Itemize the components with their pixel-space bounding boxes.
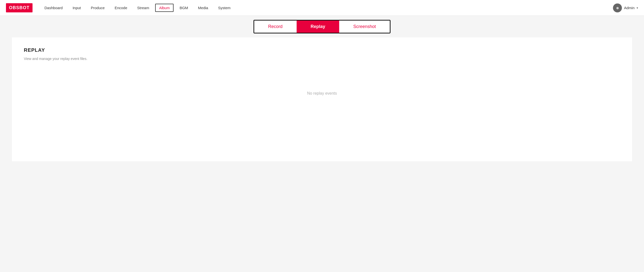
main-content: REPLAY View and manage your replay event…	[12, 37, 632, 161]
avatar: ●	[613, 3, 622, 12]
empty-state: No replay events	[24, 61, 620, 116]
subtab-box: Record Replay Screenshot	[254, 20, 390, 33]
chevron-down-icon: ▾	[636, 6, 638, 10]
section-title: REPLAY	[24, 47, 620, 53]
nav-right: ● Admin ▾	[613, 3, 638, 12]
nav-item-bgm[interactable]: BGM	[176, 4, 192, 12]
tab-screenshot[interactable]: Screenshot	[340, 20, 390, 33]
user-menu[interactable]: ● Admin ▾	[613, 3, 638, 12]
admin-label: Admin	[624, 6, 634, 10]
logo: OBSBOT	[6, 3, 32, 12]
nav-item-input[interactable]: Input	[68, 4, 85, 12]
logo-container: OBSBOT	[6, 3, 32, 12]
nav-item-system[interactable]: System	[214, 4, 234, 12]
tab-replay[interactable]: Replay	[297, 20, 340, 33]
section-subtitle: View and manage your replay event files.	[24, 56, 98, 61]
nav-item-dashboard[interactable]: Dashboard	[40, 4, 66, 12]
subtab-wrapper: Record Replay Screenshot	[0, 16, 644, 37]
empty-message: No replay events	[307, 91, 337, 96]
navbar: OBSBOT Dashboard Input Produce Encode St…	[0, 0, 644, 16]
nav-item-album[interactable]: Album	[155, 4, 174, 12]
nav-item-produce[interactable]: Produce	[87, 4, 109, 12]
replay-section: REPLAY View and manage your replay event…	[24, 47, 620, 61]
nav-item-encode[interactable]: Encode	[111, 4, 131, 12]
user-icon: ●	[616, 5, 619, 11]
tab-record[interactable]: Record	[254, 20, 297, 33]
nav-item-media[interactable]: Media	[194, 4, 212, 12]
nav-links: Dashboard Input Produce Encode Stream Al…	[40, 4, 613, 12]
nav-item-stream[interactable]: Stream	[133, 4, 153, 12]
